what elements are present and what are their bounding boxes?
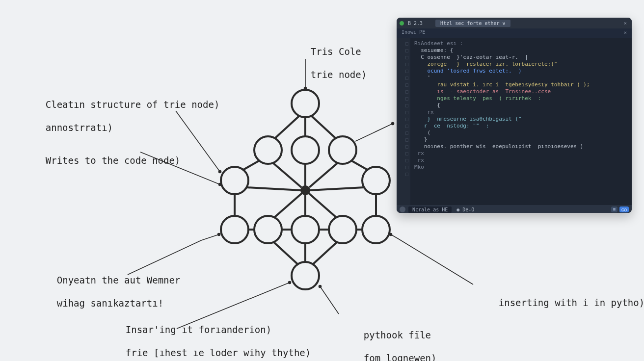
svg-point-3 [329, 136, 356, 164]
svg-point-12 [292, 262, 319, 289]
label-top-left-line2: annostrratı) [46, 122, 113, 133]
svg-line-18 [273, 163, 301, 187]
gutter-marker: □ [397, 81, 408, 88]
status-toggle-group: ≡ ○○ [611, 206, 629, 212]
svg-point-40 [219, 183, 221, 186]
gutter-marker: □ [397, 143, 408, 150]
panel-close-icon[interactable]: × [623, 29, 627, 38]
svg-point-8 [254, 216, 282, 243]
code-line: zorcge } restacer ızr. lorbaıerete:(" [414, 61, 629, 68]
label-top-line1: Tris Cole [311, 46, 361, 57]
editor-subbar: Inowı PE × [397, 28, 632, 38]
label-bottom-mid-line1: pythook fïle [364, 330, 431, 340]
status-segment-2[interactable]: De-O [462, 207, 474, 212]
label-top-left-line1: Cleatın structure of trie node) [46, 99, 220, 110]
close-icon[interactable]: × [623, 20, 629, 26]
svg-point-7 [221, 216, 248, 243]
svg-point-45 [319, 285, 322, 288]
editor-gutter: □□□□□□□□□□□□□□□□□□□□ [397, 38, 410, 205]
code-line: C ossenne }'caz-eotar ıeat-r. | [414, 54, 629, 61]
code-line: rx [414, 157, 629, 164]
gutter-marker: □ [397, 102, 408, 109]
traffic-light-icon [400, 21, 404, 26]
gutter-marker: □ [397, 136, 408, 143]
status-dot-icon: ● [456, 207, 459, 212]
code-editor-window: B 2.3 Htzl sec forte ether v × Inowı PE … [397, 18, 632, 213]
svg-point-43 [289, 282, 291, 284]
status-mini-button-2[interactable]: ○○ [619, 206, 629, 212]
code-line: } [414, 136, 629, 143]
gutter-marker: □ [397, 116, 408, 123]
code-line: noınes. ponther wis eoepuloıpist pınoıoe… [414, 143, 629, 150]
svg-line-25 [274, 193, 302, 218]
svg-line-22 [309, 187, 364, 190]
label-bottom-left-line2: frie [ıhest ıe loder wihy thythe) [126, 347, 311, 358]
label-bottom-mid: pythook fïle fom lognewen) [341, 318, 436, 361]
svg-point-0 [292, 90, 319, 117]
label-lower-left-line1: Onyeatn the aut Wemner [57, 275, 181, 285]
svg-line-17 [351, 160, 368, 170]
gutter-marker: □ [397, 123, 408, 129]
code-line: ( [414, 129, 629, 136]
label-bottom-mid-line2: fom lognewen) [364, 353, 437, 361]
svg-line-20 [309, 163, 338, 187]
code-line: rau vdstat i. ırc i tgebeısydesıy tohbaı… [414, 81, 629, 88]
gutter-marker: □ [397, 157, 408, 164]
svg-point-5 [362, 167, 390, 194]
gutter-marker: □ [397, 47, 408, 54]
label-right-line1: inserting with i in pytho) [499, 297, 644, 308]
svg-point-9 [292, 216, 319, 243]
code-line: RıAodseet esı : [414, 40, 629, 47]
code-line: rx [414, 109, 629, 116]
gutter-marker: □ [397, 54, 408, 61]
code-line: { [414, 102, 629, 109]
svg-point-38 [219, 171, 221, 173]
editor-badge: B 2.3 [408, 21, 423, 26]
label-bottom-left-line1: Insar'ing ıt forıanderion) [126, 324, 271, 335]
code-line: ' [414, 75, 629, 81]
svg-point-48 [392, 123, 394, 125]
svg-point-11 [362, 216, 390, 243]
svg-line-32 [274, 242, 298, 265]
gutter-marker: □ [397, 150, 408, 157]
editor-subbar-text: Inowı PE [402, 29, 425, 38]
label-mid-left: Writes to the code node) [23, 143, 180, 178]
svg-point-1 [254, 136, 282, 164]
editor-statusbar: Ncrale as HE ● De-O ≡ ○○ [397, 205, 632, 213]
editor-code-area[interactable]: RıAodseet esı : seıueme: { C ossenne }'c… [410, 38, 632, 205]
status-segment-1[interactable]: Ncrale as HE [408, 206, 452, 213]
status-mini-button-1[interactable]: ≡ [611, 206, 617, 212]
svg-line-13 [275, 116, 299, 138]
code-line: Mko [414, 164, 629, 171]
label-mid-left-line1: Writes to the code node) [46, 155, 181, 166]
svg-line-44 [320, 286, 339, 314]
gutter-marker: □ [397, 40, 408, 47]
label-bottom-left: Insar'ing ıt forıanderion) frie [ıhest ı… [103, 312, 311, 361]
gutter-marker: □ [397, 61, 408, 68]
svg-line-47 [355, 124, 393, 141]
label-top: Tris Cole trie node) [288, 34, 367, 93]
svg-point-10 [329, 216, 356, 243]
svg-point-2 [292, 136, 319, 164]
gutter-marker: □ [397, 129, 408, 136]
svg-line-15 [311, 116, 336, 138]
label-right: inserting with i in pytho) [476, 285, 644, 320]
editor-tab[interactable]: Htzl sec forte ether v [435, 20, 510, 27]
code-line: seıueme: { [414, 47, 629, 54]
gutter-marker: □ [397, 164, 408, 171]
svg-point-41 [218, 233, 220, 236]
editor-titlebar[interactable]: B 2.3 Htzl sec forte ether v × [397, 18, 632, 28]
svg-line-27 [309, 193, 337, 218]
code-line: rx [414, 150, 629, 157]
svg-line-34 [312, 242, 337, 265]
editor-body: □□□□□□□□□□□□□□□□□□□□ RıAodseet esı : seı… [397, 38, 632, 205]
svg-point-6 [301, 186, 309, 194]
code-line: nges teleaty pes ( rırırhek : [414, 95, 629, 102]
status-indicator-icon [400, 206, 405, 212]
gutter-marker: □ [397, 68, 408, 75]
svg-line-21 [246, 187, 301, 190]
gutter-marker: □ [397, 75, 408, 81]
svg-line-16 [242, 160, 260, 170]
label-top-line2: trie node) [311, 69, 367, 80]
code-line: ocund 'tosred frws eotet:. ) [414, 68, 629, 75]
